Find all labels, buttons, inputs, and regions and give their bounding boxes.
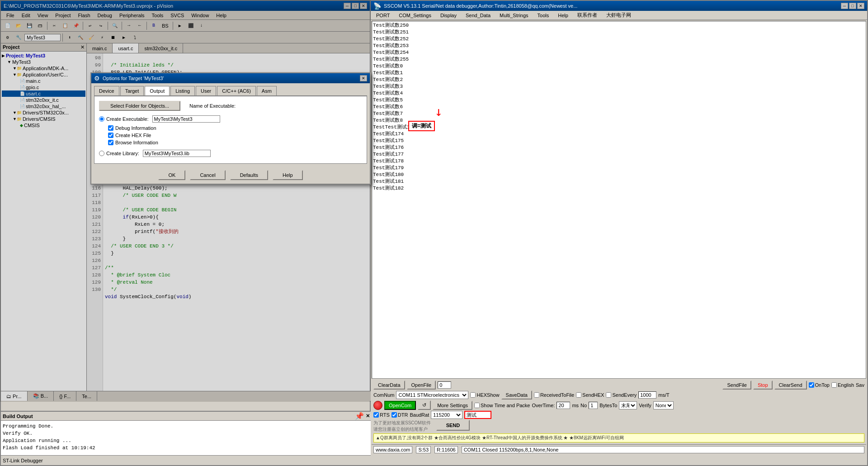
show-time-label: Show Time and Packe bbox=[474, 403, 530, 408]
dialog-buttons: OK Cancel Defaults Help bbox=[91, 166, 370, 184]
show-time-text: Show Time and Packe bbox=[481, 403, 530, 408]
send-button[interactable]: SEND bbox=[436, 420, 470, 431]
sscom-menu-help[interactable]: Help bbox=[554, 12, 572, 19]
rts-label: RTS bbox=[373, 412, 390, 418]
dialog-title-text: Options for Target 'MyTest3' bbox=[103, 76, 164, 81]
browse-info-checkbox[interactable] bbox=[108, 140, 113, 145]
sscom-menu-send-data[interactable]: Send_Data bbox=[462, 12, 494, 19]
baud-rate-select[interactable]: 115200 9600 38400 57600 bbox=[431, 411, 462, 419]
clear-send-button[interactable]: ClearSend bbox=[774, 380, 807, 390]
output-line-4: Test测试数4 bbox=[373, 90, 865, 97]
sscom-output-area[interactable]: Test测试数250 Test测试数251 Test测试数252 Test测试数… bbox=[372, 21, 866, 379]
show-time-checkbox[interactable] bbox=[474, 403, 480, 408]
sscom-menu-daxia[interactable]: 大虾电子网 bbox=[603, 11, 635, 19]
create-executable-input[interactable] bbox=[152, 115, 220, 123]
sscom-title-buttons: ─ □ ✕ bbox=[841, 3, 864, 9]
no-input[interactable] bbox=[589, 402, 598, 409]
hex-show-checkbox[interactable] bbox=[470, 392, 476, 398]
output-line-254: Test测试数254 bbox=[373, 49, 865, 56]
dialog-tab-target[interactable]: Target bbox=[120, 86, 144, 95]
sscom-minimize-button[interactable]: ─ bbox=[841, 3, 848, 9]
annotation-box: 调=测试 bbox=[408, 121, 435, 131]
dialog-tab-output[interactable]: Output bbox=[145, 86, 170, 95]
received-to-file-text: ReceivedToFile bbox=[540, 392, 574, 398]
dialog-ok-button[interactable]: OK bbox=[158, 170, 185, 180]
dialog-tab-user[interactable]: User bbox=[196, 86, 216, 95]
sscom-row-5: 为了更好地发展SSCOM软件请您注册嘉立创的结尾客户 SEND bbox=[373, 420, 864, 433]
dialog-help-button[interactable]: Help bbox=[273, 170, 303, 180]
send-every-input[interactable] bbox=[638, 391, 656, 399]
debug-info-checkbox[interactable] bbox=[108, 125, 113, 131]
no-label: No bbox=[580, 403, 587, 408]
send-hex-checkbox[interactable] bbox=[576, 392, 581, 398]
received-to-file-label: ReceivedToFile bbox=[534, 392, 574, 398]
dialog-tab-listing[interactable]: Listing bbox=[170, 86, 195, 95]
sscom-menu-multi-strings[interactable]: Multi_Strings bbox=[496, 12, 532, 19]
build-output-pin[interactable]: 📌 bbox=[355, 412, 364, 420]
browse-info-group: Browse Information bbox=[99, 140, 362, 145]
wei-select[interactable]: 末尾 bbox=[619, 401, 637, 409]
on-top-checkbox[interactable] bbox=[809, 382, 814, 388]
sscom-menu-port[interactable]: PORT bbox=[373, 12, 393, 19]
sscom-menu-display[interactable]: Display bbox=[437, 12, 460, 19]
save-data-button[interactable]: SaveData bbox=[501, 390, 532, 399]
english-text: English bbox=[838, 382, 854, 388]
send-every-checkbox[interactable] bbox=[606, 392, 611, 398]
dialog-close-button[interactable]: ✕ bbox=[360, 75, 367, 81]
hex-show-label: HEXShow bbox=[470, 392, 499, 398]
create-executable-radio[interactable] bbox=[99, 116, 104, 122]
over-time-input[interactable] bbox=[557, 402, 570, 409]
dtr-checkbox[interactable] bbox=[392, 412, 397, 418]
build-line-2: Verify OK. bbox=[3, 430, 370, 437]
send-hex-text: SendHEX bbox=[582, 392, 604, 398]
sscom-menu-tools[interactable]: Tools bbox=[534, 12, 553, 19]
ms-label: ms bbox=[572, 403, 579, 408]
dialog-defaults-button[interactable]: Defaults bbox=[230, 170, 268, 180]
dialog-content: Select Folder for Objects... Name of Exe… bbox=[94, 96, 367, 164]
output-line-176: Test测试176 bbox=[373, 144, 865, 151]
build-output-close[interactable]: ✕ bbox=[366, 413, 370, 419]
build-line-4: Flash Load finished at 10:19:42 bbox=[3, 444, 370, 452]
browse-info-label: Browse Information bbox=[115, 140, 158, 145]
sscom-maximize-button[interactable]: □ bbox=[849, 3, 856, 9]
on-top-label: OnTop bbox=[809, 382, 830, 388]
dialog-cancel-button[interactable]: Cancel bbox=[190, 170, 225, 180]
sscom-status-bar: www.daxia.com S:53 R:11606 COM11 Closed … bbox=[372, 444, 866, 454]
dialog-tab-asm[interactable]: Asm bbox=[257, 86, 277, 95]
sscom-window: 📡 SSCOM V5.13.1 Serial/Net data debugger… bbox=[371, 0, 868, 466]
open-file-button[interactable]: OpenFile bbox=[407, 380, 436, 390]
open-com-button[interactable]: OpenCom bbox=[384, 401, 416, 410]
com-port-select[interactable]: COM11 STMicroelectronics S bbox=[396, 391, 468, 399]
sscom-menu-contact[interactable]: 联系作者 bbox=[574, 11, 601, 19]
received-to-file-checkbox[interactable] bbox=[534, 392, 539, 398]
create-library-radio[interactable] bbox=[99, 151, 104, 156]
output-line-253: Test测试数253 bbox=[373, 43, 865, 49]
send-file-button[interactable]: SendFile bbox=[722, 380, 751, 390]
verify-select[interactable]: None bbox=[653, 401, 674, 409]
stop-button[interactable]: Stop bbox=[753, 380, 773, 390]
send-text-input[interactable] bbox=[464, 411, 491, 419]
sscom-menu-com-settings[interactable]: COM_Settings bbox=[395, 12, 435, 19]
dialog-tab-device[interactable]: Device bbox=[94, 86, 119, 95]
sscom-close-button[interactable]: ✕ bbox=[857, 3, 864, 9]
clear-data-button[interactable]: ClearData bbox=[373, 380, 405, 390]
dtr-label: DTR bbox=[392, 412, 408, 418]
refresh-com-button[interactable]: ↺ bbox=[418, 400, 431, 410]
rts-checkbox[interactable] bbox=[373, 412, 379, 418]
bytes-to-label: BytesTo bbox=[599, 403, 617, 408]
ms-t-text: ms/T bbox=[658, 392, 669, 398]
options-dialog: ⚙ Options for Target 'MyTest3' ✕ Device … bbox=[90, 72, 371, 185]
english-checkbox[interactable] bbox=[831, 382, 837, 388]
create-library-input[interactable] bbox=[143, 150, 211, 157]
main-status-bar: ST-Link Debugger bbox=[1, 455, 372, 465]
create-hex-checkbox[interactable] bbox=[108, 133, 113, 138]
promo-text: 为了更好地发展SSCOM软件请您注册嘉立创的结尾客户 bbox=[373, 420, 431, 433]
dialog-tab-cpp[interactable]: C/C++ (AC6) bbox=[217, 86, 256, 95]
sscom-menu-bar: PORT COM_Settings Display Send_Data Mult… bbox=[371, 11, 867, 20]
dialog-title-bar: ⚙ Options for Target 'MyTest3' ✕ bbox=[91, 73, 370, 83]
folder-row: Select Folder for Objects... Name of Exe… bbox=[99, 101, 362, 111]
select-folder-button[interactable]: Select Folder for Objects... bbox=[99, 101, 180, 111]
open-file-input[interactable] bbox=[438, 381, 451, 389]
more-settings-button[interactable]: More Settings bbox=[433, 401, 472, 410]
build-output-panel: Build Output 📌 ✕ Programming Done. Verif… bbox=[1, 411, 372, 465]
